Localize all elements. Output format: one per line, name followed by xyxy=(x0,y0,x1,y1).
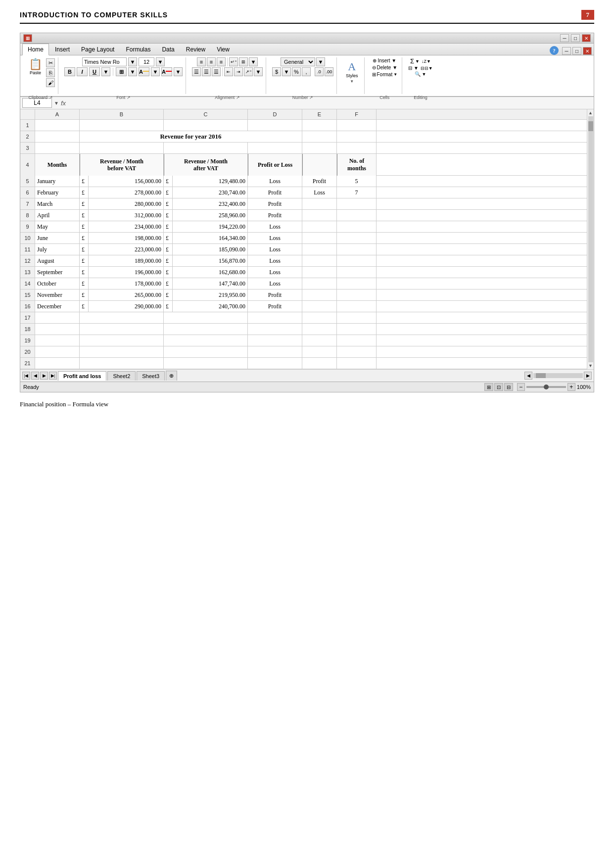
sheet-tab-profit-and-loss[interactable]: Profit and loss xyxy=(58,371,106,381)
tab-home[interactable]: Home xyxy=(22,44,49,55)
page-break-view-button[interactable]: ⊟ xyxy=(504,383,513,391)
formula-expand-icon[interactable]: ▼ xyxy=(54,100,59,106)
h-scroll-right[interactable]: ▶ xyxy=(584,372,592,380)
percent-button[interactable]: % xyxy=(292,67,301,76)
close-button[interactable]: ✕ xyxy=(582,34,591,42)
cell-f14[interactable] xyxy=(337,278,377,289)
cell-d9[interactable]: Loss xyxy=(248,221,302,232)
cell-c20[interactable] xyxy=(164,346,248,357)
cell-b14b[interactable]: 178,000.00 xyxy=(89,278,164,289)
cell-d10[interactable]: Loss xyxy=(248,233,302,243)
cell-d12[interactable]: Loss xyxy=(248,255,302,266)
tab-view[interactable]: View xyxy=(211,44,235,55)
cell-e21[interactable] xyxy=(302,358,337,369)
normal-view-button[interactable]: ⊞ xyxy=(484,383,493,391)
cell-e13[interactable] xyxy=(302,267,337,278)
orientation-dropdown[interactable]: ▼ xyxy=(254,67,263,76)
cell-d4-header[interactable]: Profit or Loss xyxy=(248,154,302,176)
cell-c9b[interactable]: 194,220.00 xyxy=(173,221,248,232)
restore-button[interactable]: □ xyxy=(571,34,580,42)
cell-e1[interactable] xyxy=(302,120,337,131)
cell-f3[interactable] xyxy=(337,143,377,153)
cell-b18[interactable] xyxy=(80,324,164,335)
cell-f10[interactable] xyxy=(337,233,377,243)
cell-a8[interactable]: April xyxy=(35,210,80,221)
scroll-up-arrow[interactable]: ▲ xyxy=(588,110,593,115)
cell-e11[interactable] xyxy=(302,244,337,255)
page-layout-view-button[interactable]: ⊡ xyxy=(494,383,503,391)
cell-b12b[interactable]: 189,000.00 xyxy=(89,255,164,266)
cell-f21[interactable] xyxy=(337,358,377,369)
tab-page-layout[interactable]: Page Layout xyxy=(76,44,120,55)
cell-f18[interactable] xyxy=(337,324,377,335)
cut-button[interactable]: ✂ xyxy=(46,58,55,67)
sheet-nav-first[interactable]: |◀ xyxy=(22,372,30,380)
cell-d14[interactable]: Loss xyxy=(248,278,302,289)
scroll-track[interactable] xyxy=(588,116,593,362)
font-name-input[interactable] xyxy=(82,57,127,66)
number-format-dropdown[interactable]: ▼ xyxy=(316,57,325,66)
cell-f9[interactable] xyxy=(337,221,377,232)
cell-b10b[interactable]: 198,000.00 xyxy=(89,233,164,243)
cell-c9a[interactable]: £ xyxy=(164,221,173,232)
cell-b15b[interactable]: 265,000.00 xyxy=(89,289,164,300)
currency-dropdown[interactable]: ▼ xyxy=(282,67,291,76)
wrap-text-button[interactable]: ↵⁼ xyxy=(229,57,238,66)
cell-a2[interactable] xyxy=(35,131,80,142)
font-size-input[interactable] xyxy=(139,57,154,66)
number-format-select[interactable]: General xyxy=(281,57,315,66)
cell-b5b[interactable]: 156,000.00 xyxy=(89,176,164,187)
cell-b4-header[interactable]: Revenue / Monthbefore VAT xyxy=(80,154,164,176)
cell-e3[interactable] xyxy=(302,143,337,153)
ribbon-close-button[interactable]: ✕ xyxy=(583,47,592,55)
paste-button[interactable]: 📋 Paste xyxy=(26,57,45,77)
cell-f4-header[interactable]: No. ofmonths xyxy=(337,154,377,176)
cell-c5a[interactable]: £ xyxy=(164,176,173,187)
cell-a13[interactable]: September xyxy=(35,267,80,278)
cell-d15[interactable]: Profit xyxy=(248,289,302,300)
cell-e6[interactable]: Loss xyxy=(302,187,337,198)
cell-e20[interactable] xyxy=(302,346,337,357)
cell-c11a[interactable]: £ xyxy=(164,244,173,255)
cell-e19[interactable] xyxy=(302,335,337,346)
find-button[interactable]: 🔍 ▼ xyxy=(415,71,426,77)
sheet-tab-sheet2[interactable]: Sheet2 xyxy=(107,371,136,381)
align-top-center-button[interactable]: ≡ xyxy=(207,57,216,66)
cell-b7b[interactable]: 280,000.00 xyxy=(89,198,164,209)
zoom-plus-button[interactable]: + xyxy=(567,383,575,391)
cell-c21[interactable] xyxy=(164,358,248,369)
align-left-button[interactable]: ☰ xyxy=(192,67,201,76)
delete-cells-button[interactable]: ⊖ Delete ▼ xyxy=(371,64,399,71)
cell-c15a[interactable]: £ xyxy=(164,289,173,300)
cell-d11[interactable]: Loss xyxy=(248,244,302,255)
cell-e2[interactable] xyxy=(302,131,337,142)
bold-button[interactable]: B xyxy=(64,67,75,76)
zoom-minus-button[interactable]: − xyxy=(517,383,525,391)
sheet-nav-prev[interactable]: ◀ xyxy=(31,372,39,380)
cell-d8[interactable]: Profit xyxy=(248,210,302,221)
borders-button[interactable]: ⊞ xyxy=(116,67,127,76)
autosum-button[interactable]: Σ ▼ ↓Z▼ xyxy=(410,57,431,65)
copy-button[interactable]: ⎘ xyxy=(46,68,55,77)
col-header-a[interactable]: A xyxy=(35,109,80,119)
cell-d17[interactable] xyxy=(248,312,302,323)
cell-c19[interactable] xyxy=(164,335,248,346)
cell-a10[interactable]: June xyxy=(35,233,80,243)
cell-c8b[interactable]: 258,960.00 xyxy=(173,210,248,221)
cell-b14a[interactable]: £ xyxy=(80,278,89,289)
cell-a7[interactable]: March xyxy=(35,198,80,209)
cell-a11[interactable]: July xyxy=(35,244,80,255)
indent-increase-button[interactable]: ⇥ xyxy=(234,67,243,76)
ribbon-restore-button[interactable]: □ xyxy=(572,47,581,55)
cell-f17[interactable] xyxy=(337,312,377,323)
tab-review[interactable]: Review xyxy=(181,44,211,55)
cell-b6a[interactable]: £ xyxy=(80,187,89,198)
cell-c7b[interactable]: 232,400.00 xyxy=(173,198,248,209)
cell-e4-header[interactable] xyxy=(302,154,337,176)
cell-f2[interactable] xyxy=(337,131,377,142)
cell-d6[interactable]: Profit xyxy=(248,187,302,198)
scroll-thumb[interactable] xyxy=(588,121,593,131)
cell-e5[interactable]: Profit xyxy=(302,176,337,187)
cell-c8a[interactable]: £ xyxy=(164,210,173,221)
cell-a12[interactable]: August xyxy=(35,255,80,266)
